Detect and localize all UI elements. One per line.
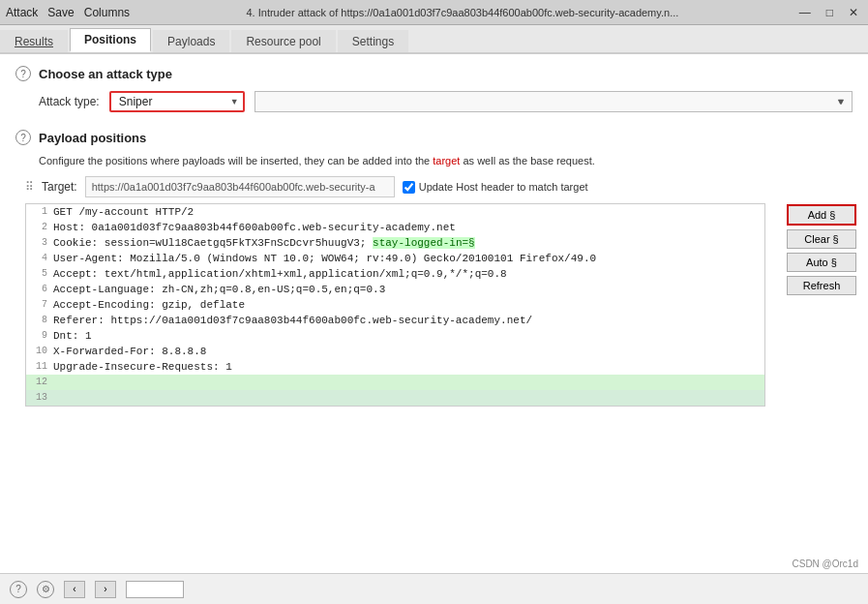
menu-columns[interactable]: Columns — [84, 6, 130, 19]
close-button[interactable]: ✕ — [845, 6, 862, 19]
code-line-9: 9 Dnt: 1 — [26, 328, 764, 344]
code-line-13: 13 — [26, 390, 764, 406]
line-num-5: 5 — [26, 266, 53, 282]
code-editor[interactable]: 1 GET /my-account HTTP/2 2 Host: 0a1a001… — [25, 203, 765, 407]
title-bar-title: 4. Intruder attack of https://0a1a001d03… — [130, 7, 795, 18]
update-host-label: Update Host header to match target — [403, 181, 588, 194]
code-line-3: 3 Cookie: session=wUl18Caetgq5FkTX3FnScD… — [26, 235, 764, 251]
bottom-settings-icon[interactable]: ⚙ — [37, 581, 54, 598]
code-line-7: 7 Accept-Encoding: gzip, deflate — [26, 297, 764, 313]
nav-prev-button[interactable]: ‹ — [64, 581, 85, 598]
tab-results[interactable]: Results — [0, 30, 68, 52]
attack-type-title: Choose an attack type — [39, 67, 172, 81]
code-line-5: 5 Accept: text/html,application/xhtml+xm… — [26, 266, 764, 282]
line-content-9: Dnt: 1 — [53, 328, 764, 344]
watermark: CSDN @Orc1d — [793, 559, 859, 569]
bottom-search-input[interactable] — [126, 581, 184, 598]
attack-type-icon: ? — [15, 66, 31, 81]
line-num-11: 11 — [26, 359, 53, 375]
line-num-1: 1 — [26, 204, 53, 220]
add-section-button[interactable]: Add § — [787, 204, 856, 226]
line-num-8: 8 — [26, 313, 53, 328]
minimize-button[interactable]: — — [795, 6, 815, 19]
update-host-checkbox[interactable] — [403, 181, 415, 194]
code-line-10: 10 X-Forwarded-For: 8.8.8.8 — [26, 344, 764, 359]
line-content-13 — [53, 390, 764, 406]
auto-section-button[interactable]: Auto § — [787, 253, 856, 272]
attack-type-full-row: ▼ — [254, 91, 853, 112]
title-bar-menu: Attack Save Columns — [6, 6, 130, 19]
bottom-help-icon[interactable]: ? — [10, 581, 27, 598]
target-row: ⠿ Target: Update Host header to match ta… — [25, 176, 853, 197]
drag-handle-icon: ⠿ — [25, 180, 34, 194]
desc-highlight-target: target — [433, 155, 460, 166]
attack-type-select[interactable]: Sniper Battering ram Pitchfork Cluster b… — [109, 91, 245, 112]
clear-section-button[interactable]: Clear § — [787, 229, 856, 249]
payload-positions-desc: Configure the positions where payloads w… — [39, 155, 853, 166]
attack-type-select-wrapper: Sniper Battering ram Pitchfork Cluster b… — [109, 91, 245, 112]
nav-next-button[interactable]: › — [95, 581, 116, 598]
menu-save[interactable]: Save — [47, 6, 74, 19]
payload-positions-title: Payload positions — [39, 131, 146, 145]
nav-tabs: Results Positions Payloads Resource pool… — [0, 25, 868, 54]
line-num-9: 9 — [26, 328, 53, 344]
line-num-10: 10 — [26, 344, 53, 359]
line-content-12 — [53, 375, 764, 390]
line-num-3: 3 — [26, 235, 53, 251]
target-label: Target: — [42, 180, 77, 194]
title-bar-controls: — □ ✕ — [795, 6, 862, 19]
refresh-button[interactable]: Refresh — [787, 276, 856, 295]
tab-payloads[interactable]: Payloads — [153, 30, 229, 52]
line-content-10: X-Forwarded-For: 8.8.8.8 — [53, 344, 764, 359]
line-content-3: Cookie: session=wUl18Caetgq5FkTX3FnScDcv… — [53, 235, 764, 251]
line-content-11: Upgrade-Insecure-Requests: 1 — [53, 359, 764, 375]
restore-button[interactable]: □ — [823, 6, 837, 19]
payload-positions-section-header: ? Payload positions — [15, 130, 853, 145]
attack-type-row: Attack type: Sniper Battering ram Pitchf… — [39, 91, 853, 112]
payload-positions-icon: ? — [15, 130, 31, 145]
line-content-2: Host: 0a1a001d03f7c9aa803b44f600ab00fc.w… — [53, 220, 764, 235]
side-buttons: Add § Clear § Auto § Refresh — [787, 204, 856, 295]
code-line-8: 8 Referer: https://0a1a001d03f7c9aa803b4… — [26, 313, 764, 328]
line-num-12: 12 — [26, 375, 53, 390]
line-num-2: 2 — [26, 220, 53, 235]
line-content-7: Accept-Encoding: gzip, deflate — [53, 297, 764, 313]
bottom-bar: ? ⚙ ‹ › — [0, 573, 868, 604]
line-content-4: User-Agent: Mozilla/5.0 (Windows NT 10.0… — [53, 251, 764, 266]
title-bar: Attack Save Columns 4. Intruder attack o… — [0, 0, 868, 25]
line-content-5: Accept: text/html,application/xhtml+xml,… — [53, 266, 764, 282]
line-num-4: 4 — [26, 251, 53, 266]
main-content: ? Choose an attack type Attack type: Sni… — [0, 54, 868, 573]
tab-positions[interactable]: Positions — [70, 28, 151, 52]
code-line-1: 1 GET /my-account HTTP/2 — [26, 204, 764, 220]
line-num-6: 6 — [26, 282, 53, 297]
payload-highlight-3: stay-logged-in=§ — [373, 237, 475, 249]
update-host-text: Update Host header to match target — [419, 181, 588, 193]
code-line-6: 6 Accept-Language: zh-CN,zh;q=0.8,en-US;… — [26, 282, 764, 297]
menu-attack[interactable]: Attack — [6, 6, 38, 19]
line-content-6: Accept-Language: zh-CN,zh;q=0.8,en-US;q=… — [53, 282, 764, 297]
code-line-11: 11 Upgrade-Insecure-Requests: 1 — [26, 359, 764, 375]
attack-type-label: Attack type: — [39, 95, 100, 108]
line-content-1: GET /my-account HTTP/2 — [53, 204, 764, 220]
code-line-2: 2 Host: 0a1a001d03f7c9aa803b44f600ab00fc… — [26, 220, 764, 235]
tab-resource-pool[interactable]: Resource pool — [231, 30, 335, 52]
tab-settings[interactable]: Settings — [338, 30, 408, 52]
attack-type-section-header: ? Choose an attack type — [15, 66, 853, 81]
line-num-13: 13 — [26, 390, 53, 406]
target-input[interactable] — [85, 176, 395, 197]
code-line-4: 4 User-Agent: Mozilla/5.0 (Windows NT 10… — [26, 251, 764, 266]
code-line-12: 12 — [26, 375, 764, 390]
line-content-8: Referer: https://0a1a001d03f7c9aa803b44f… — [53, 313, 764, 328]
line-num-7: 7 — [26, 297, 53, 313]
dropdown-arrow-icon: ▼ — [837, 97, 846, 106]
